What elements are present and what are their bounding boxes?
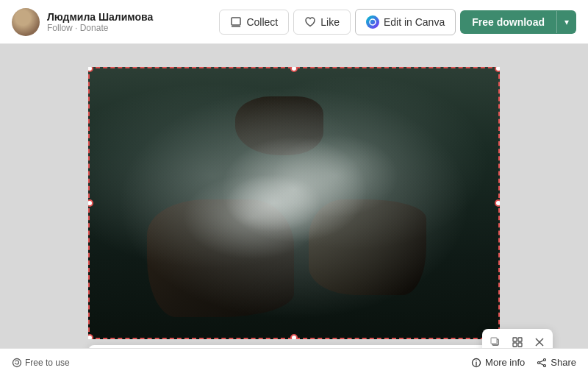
user-name: Людмила Шалимова xyxy=(47,11,153,23)
more-info-button[interactable]: More info xyxy=(471,357,525,368)
svg-point-2 xyxy=(370,19,376,25)
download-dropdown-button[interactable]: ▾ xyxy=(556,11,576,33)
main-image xyxy=(88,67,500,339)
avatar[interactable] xyxy=(12,8,40,36)
donate-link[interactable]: Donate xyxy=(80,23,109,33)
svg-rect-0 xyxy=(232,18,240,25)
user-sub: Follow · Donate xyxy=(47,23,153,33)
more-info-label: More info xyxy=(485,357,525,368)
collect-button[interactable]: Collect xyxy=(219,10,289,35)
svg-line-35 xyxy=(540,363,544,364)
user-info: Людмила Шалимова Follow · Donate xyxy=(12,8,153,36)
image-container: T ? xyxy=(88,67,500,339)
download-button-group: Free download ▾ xyxy=(460,10,576,34)
svg-point-27 xyxy=(13,358,21,366)
bottom-bar: Free to use More info Share xyxy=(0,348,588,376)
heart-icon xyxy=(304,16,316,28)
svg-point-31 xyxy=(544,358,546,361)
user-text: Людмила Шалимова Follow · Donate xyxy=(47,11,153,33)
header: Людмила Шалимова Follow · Donate Collect xyxy=(0,0,588,44)
share-icon xyxy=(537,358,547,368)
svg-rect-19 xyxy=(518,338,522,341)
svg-point-29 xyxy=(476,360,476,361)
free-download-button[interactable]: Free download xyxy=(460,10,556,34)
bottom-right: More info Share xyxy=(471,357,576,368)
header-actions: Collect Like Edit in Canva Free download… xyxy=(219,9,576,35)
svg-rect-18 xyxy=(513,338,517,341)
svg-point-32 xyxy=(544,364,546,366)
edit-canva-label: Edit in Canva xyxy=(384,16,445,28)
like-button[interactable]: Like xyxy=(293,10,351,35)
free-to-use-icon xyxy=(12,358,22,368)
svg-rect-21 xyxy=(518,343,522,347)
foam xyxy=(88,67,500,339)
svg-rect-17 xyxy=(491,338,497,344)
follow-link[interactable]: Follow xyxy=(47,23,73,33)
svg-point-33 xyxy=(538,361,540,363)
collect-icon xyxy=(230,16,242,28)
canva-icon xyxy=(366,15,379,29)
free-to-use-label: Free to use xyxy=(25,358,70,368)
like-label: Like xyxy=(320,16,340,28)
bottom-left: Free to use xyxy=(12,358,70,368)
svg-line-34 xyxy=(540,360,544,361)
share-label: Share xyxy=(551,357,576,368)
share-button[interactable]: Share xyxy=(537,357,576,368)
svg-rect-20 xyxy=(513,343,517,347)
edit-canva-button[interactable]: Edit in Canva xyxy=(355,9,456,35)
main-area: T ? xyxy=(0,44,588,376)
collect-label: Collect xyxy=(246,16,278,28)
info-icon xyxy=(471,358,481,368)
